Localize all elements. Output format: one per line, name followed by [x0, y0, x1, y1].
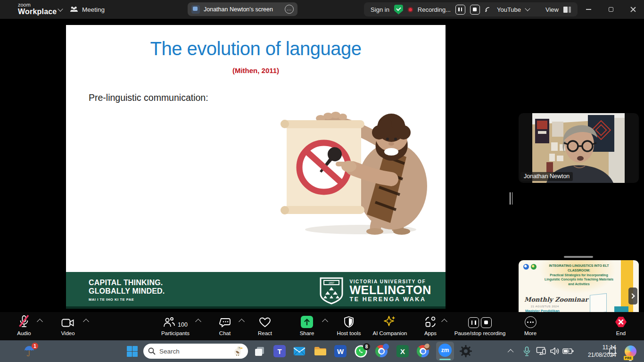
apps-button[interactable]: Apps	[408, 315, 453, 336]
meeting-tab-label: Meeting	[82, 6, 105, 13]
microphone-muted-icon	[18, 315, 30, 328]
view-label[interactable]: View	[545, 6, 559, 13]
slide-footer-slogan: CAPITAL THINKING. GLOBALLY MINDED. MAI I…	[89, 279, 165, 302]
mail-icon	[293, 346, 305, 356]
start-button[interactable]	[124, 340, 140, 362]
excel-icon: X	[396, 345, 409, 357]
close-button[interactable]	[622, 0, 644, 19]
panel-drag-handle[interactable]	[564, 256, 593, 258]
shared-presentation-slide: The evolution of language (Mithen, 2011)…	[66, 25, 446, 309]
video-button[interactable]: Video	[45, 315, 91, 336]
security-shield-icon[interactable]	[394, 5, 403, 15]
pause-recording-icon[interactable]	[468, 317, 479, 328]
university-name-line3: TE HERENGA WAKA	[349, 296, 431, 303]
window-controls	[578, 0, 644, 19]
pause-stop-recording-button[interactable]: Pause/stop recording	[449, 315, 511, 336]
zoom-app-button[interactable]: zm	[436, 342, 454, 361]
minimize-button[interactable]	[578, 0, 600, 19]
title-bar: zoom Workplace Meeting Jonathan Newton's…	[0, 0, 644, 19]
gear-icon	[460, 345, 472, 357]
heart-icon	[259, 315, 271, 328]
whatsapp-button[interactable]: 8	[352, 340, 369, 362]
chrome-profile-avatar	[424, 344, 430, 350]
copilot-button[interactable]: PRE	[622, 340, 638, 362]
shared-screen-title: Jonathan Newton's screen	[204, 6, 281, 13]
chrome-profile2-button[interactable]	[415, 340, 431, 362]
ai-sparkle-icon	[383, 315, 396, 328]
zoom-workplace-logo[interactable]: zoom Workplace	[18, 2, 57, 16]
sign-in-link[interactable]: Sign in	[371, 6, 389, 13]
settings-app-button[interactable]	[457, 340, 474, 362]
tray-cast-button[interactable]	[535, 340, 548, 362]
more-button[interactable]: More	[508, 315, 553, 336]
tray-expand-button[interactable]	[505, 340, 517, 362]
tab-meeting[interactable]: Meeting	[70, 0, 105, 19]
react-button[interactable]: React	[242, 315, 288, 336]
chevron-up-icon	[507, 349, 513, 355]
live-stream-icon	[485, 6, 492, 13]
chrome-icon	[417, 345, 429, 357]
zoom-app-icon: zm	[438, 344, 452, 357]
webinar-subtitle: Practical Strategies for Incorporating L…	[545, 273, 613, 286]
svg-text:z: z	[615, 346, 617, 350]
tray-volume-button[interactable]	[548, 340, 561, 362]
slogan-line3: MAI I TE IHO KI TE PAE	[89, 297, 165, 302]
next-participant-button[interactable]	[628, 288, 637, 304]
poster-outline-square	[590, 293, 607, 314]
apps-icon	[424, 315, 437, 328]
chrome-icon	[375, 345, 388, 357]
more-ellipsis-icon	[525, 316, 537, 328]
institution-logo-icon	[523, 264, 529, 270]
file-explorer-button[interactable]	[312, 340, 328, 362]
audio-button[interactable]: Audio	[1, 315, 47, 336]
host-tools-button[interactable]: Host tools	[326, 315, 372, 336]
speaker-name-label: Jonathan Newton	[520, 172, 573, 181]
svg-text:1897: 1897	[329, 281, 334, 284]
whatsapp-badge: 8	[363, 343, 370, 350]
pause-recording-icon[interactable]	[455, 5, 465, 15]
chrome-browser-button[interactable]	[373, 340, 389, 362]
mail-app-button[interactable]	[291, 340, 307, 362]
teams-app-button[interactable]: T	[272, 340, 288, 362]
university-logo-block: 1897 VICTORIA UNIVERSITY OF WELLINGTON T…	[319, 277, 431, 305]
people-icon	[70, 6, 78, 13]
poster-logos	[523, 264, 537, 270]
maximize-button[interactable]	[600, 0, 622, 19]
copilot-icon: PRE	[625, 346, 636, 357]
title-bar-right-cluster: Sign in Recording... YouTube View	[364, 2, 578, 16]
screen-share-icon	[191, 5, 200, 14]
more-options-icon[interactable]: …	[285, 5, 294, 14]
view-layout-icon[interactable]	[563, 7, 571, 13]
weather-tray-item[interactable]: 1	[21, 340, 38, 362]
word-app-button[interactable]: W	[332, 340, 348, 362]
panel-resize-handle[interactable]	[510, 192, 513, 205]
slogan-line1: CAPITAL THINKING.	[89, 279, 165, 287]
chat-button[interactable]: Chat	[202, 315, 248, 336]
tray-mic-indicator[interactable]	[520, 340, 533, 362]
task-view-button[interactable]	[252, 340, 268, 362]
webinar-title: INTEGRATING LINGUISTICS INTO ELT CLASSRO…	[542, 263, 616, 287]
share-button[interactable]: Share	[284, 315, 330, 336]
end-call-icon	[614, 315, 627, 328]
stop-recording-icon[interactable]	[470, 5, 480, 15]
youtube-stream-label[interactable]: YouTube	[497, 6, 521, 13]
weather-notification-badge: 1	[32, 343, 38, 349]
ai-companion-button[interactable]: AI Companion	[367, 315, 413, 336]
tray-battery-button[interactable]	[561, 340, 575, 362]
chevron-down-icon[interactable]	[58, 6, 63, 11]
workplace-logo-text: Workplace	[18, 8, 57, 16]
chevron-down-icon[interactable]	[525, 6, 530, 11]
copilot-pre-badge: PRE	[624, 356, 633, 360]
participants-button[interactable]: 100 Participants	[147, 315, 204, 336]
notifications-button[interactable]: z	[606, 340, 619, 362]
end-meeting-button[interactable]: End	[598, 315, 644, 336]
task-view-icon	[254, 346, 265, 357]
taskbar-search[interactable]: Search	[143, 344, 248, 359]
meeting-toolbar: Audio Video 100 Participants	[0, 312, 644, 340]
slide-footer-banner: CAPITAL THINKING. GLOBALLY MINDED. MAI I…	[66, 272, 446, 309]
stop-recording-icon[interactable]	[481, 317, 492, 328]
shared-screen-pill[interactable]: Jonathan Newton's screen …	[188, 2, 297, 16]
video-camera-icon	[61, 315, 74, 328]
speaker-icon	[550, 347, 560, 355]
excel-app-button[interactable]: X	[395, 340, 411, 362]
